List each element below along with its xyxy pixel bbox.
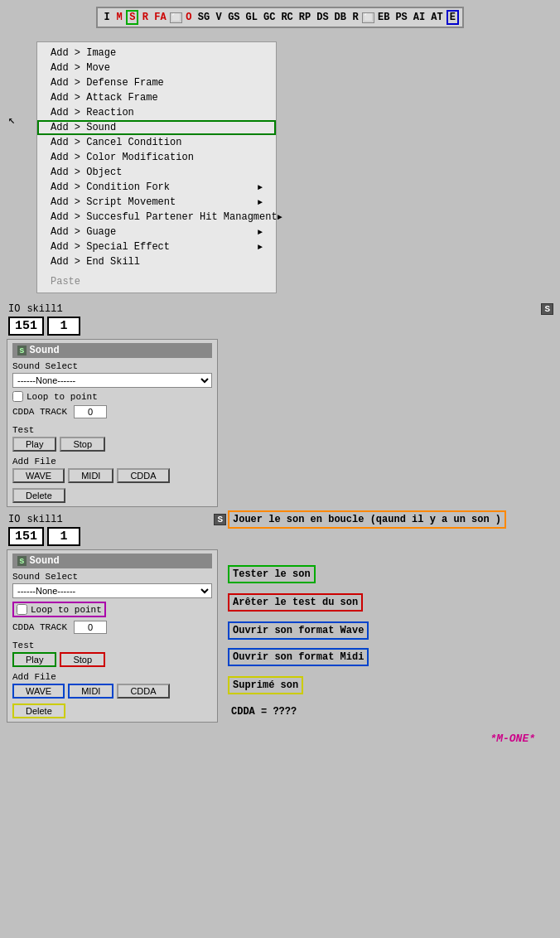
panel1-frame1[interactable]: 151 — [8, 317, 44, 336]
context-menu: Add > Image Add > Move Add > Defense Fra… — [36, 41, 277, 293]
panel1-test-buttons: Play Stop — [12, 437, 212, 452]
panel1-loop-row: Loop to point — [12, 391, 212, 402]
menu-add-condition-fork[interactable]: Add > Condition Fork► — [37, 180, 276, 195]
menu-paste: Paste — [37, 274, 276, 289]
panel1-cdda-input[interactable] — [74, 405, 107, 418]
panel1-test-label: Test — [12, 425, 212, 435]
toolbar: I M S R FA ⬜ O SG V GS GL GC RC RP DS DB… — [0, 0, 560, 35]
panel1-frame2[interactable]: 1 — [47, 317, 80, 336]
tb-I[interactable]: I — [101, 12, 113, 23]
panel1-cdda-label: CDDA TRACK — [12, 407, 67, 417]
panel1-stop-button[interactable]: Stop — [60, 437, 105, 452]
panel2-frame2[interactable]: 1 — [47, 527, 80, 546]
panel1-frame-inputs: 151 1 — [7, 317, 553, 336]
panel2-cdda-input[interactable] — [74, 621, 107, 634]
panel2-loop-checkbox[interactable] — [17, 604, 27, 615]
tb-PS[interactable]: PS — [393, 12, 409, 23]
tb-RC[interactable]: RC — [278, 12, 295, 23]
menu-add-special-effect[interactable]: Add > Special Effect► — [37, 239, 276, 254]
tb-AT[interactable]: AT — [428, 12, 445, 23]
panel1-delete-button[interactable]: Delete — [12, 488, 65, 503]
panel1-id: IO — [8, 303, 20, 315]
panel1-title-bar: s Sound — [12, 343, 212, 358]
panel2-id: IO — [8, 514, 20, 525]
menu-add-guage[interactable]: Add > Guage► — [37, 225, 276, 239]
panel2-midi-button[interactable]: MIDI — [68, 684, 113, 699]
panel2-header: IO skill1 S — [7, 514, 226, 525]
menu-add-partner[interactable]: Add > Succesful Partener Hit Managment► — [37, 210, 276, 225]
panel2-test-buttons: Play Stop — [12, 652, 212, 667]
tb-GS[interactable]: GS — [225, 12, 242, 23]
cursor-icon: ↖ — [8, 113, 15, 127]
anno-stop: Arêter le test du son — [228, 593, 363, 612]
tb-GL[interactable]: GL — [244, 12, 260, 23]
anno-delete: Suprimé son — [228, 676, 303, 694]
panel2-left: IO skill1 S 151 1 s Sound Sound Select -… — [7, 514, 226, 723]
anno-loop: Jouer le son en boucle (qaund il y a un … — [228, 510, 506, 529]
tb-S[interactable]: S — [126, 10, 138, 25]
menu-add-script-movement[interactable]: Add > Script Movement► — [37, 195, 276, 210]
tb-R[interactable]: R — [139, 12, 151, 23]
panel2-delete-button[interactable]: Delete — [12, 704, 65, 718]
panel2-cdda-button[interactable]: CDDA — [117, 684, 169, 699]
tb-DS[interactable]: DS — [314, 12, 331, 23]
panel1-loop-checkbox[interactable] — [12, 391, 23, 402]
tb-box2[interactable]: ⬜ — [362, 12, 374, 23]
panel1-skill: skill1 — [27, 303, 62, 315]
panel1-s-badge: S — [541, 303, 553, 315]
panel2-title-s: s — [17, 556, 27, 566]
menu-add-sound[interactable]: Add > Sound — [37, 120, 276, 135]
panel2-skill: skill1 — [27, 514, 62, 525]
panel1-area: IO skill1 S 151 1 s Sound Sound Select -… — [0, 300, 560, 510]
tb-V[interactable]: V — [213, 12, 224, 23]
panel2-play-button[interactable]: Play — [12, 652, 56, 667]
panel2-sound-select-label: Sound Select — [12, 572, 212, 582]
menu-add-attack[interactable]: Add > Attack Frame — [37, 90, 276, 105]
panel2-frame1[interactable]: 151 — [8, 527, 44, 546]
menu-add-cancel[interactable]: Add > Cancel Condition — [37, 135, 276, 150]
annotations-area: Jouer le son en boucle (qaund il y a un … — [228, 510, 555, 750]
menu-add-move[interactable]: Add > Move — [37, 60, 276, 75]
panel2-sound-box: s Sound Sound Select ------None------ Lo… — [7, 549, 218, 723]
panel1-add-file-label: Add File — [12, 457, 212, 467]
panel1-cdda-button[interactable]: CDDA — [117, 468, 169, 483]
tb-SG[interactable]: SG — [196, 12, 212, 23]
panel1-header: IO skill1 S — [7, 303, 553, 315]
panel2-sound-select[interactable]: ------None------ — [12, 583, 212, 598]
tb-R2[interactable]: R — [350, 12, 361, 23]
menu-add-object[interactable]: Add > Object — [37, 165, 276, 180]
panel1-wave-button[interactable]: WAVE — [12, 468, 65, 483]
panel2-cdda-row: CDDA TRACK — [12, 621, 212, 634]
tb-EB[interactable]: EB — [375, 12, 392, 23]
panel2-loop-row: Loop to point — [12, 602, 106, 617]
menu-add-defense[interactable]: Add > Defense Frame — [37, 75, 276, 90]
panel1-sound-box: s Sound Sound Select ------None------ Lo… — [7, 339, 218, 507]
tb-GC[interactable]: GC — [261, 12, 278, 23]
menu-add-reaction[interactable]: Add > Reaction — [37, 105, 276, 120]
anno-test: Tester le son — [228, 565, 316, 583]
tb-FA[interactable]: FA — [152, 12, 168, 23]
panel1-midi-button[interactable]: MIDI — [68, 468, 113, 483]
panel1-sound-select[interactable]: ------None------ — [12, 373, 212, 388]
toolbar-inner: I M S R FA ⬜ O SG V GS GL GC RC RP DS DB… — [96, 7, 464, 28]
panel2-wave-button[interactable]: WAVE — [12, 684, 65, 699]
tb-M[interactable]: M — [113, 12, 125, 23]
panel1-play-button[interactable]: Play — [12, 437, 56, 452]
panel2-delete-row: Delete — [12, 704, 212, 718]
menu-add-image[interactable]: Add > Image — [37, 46, 276, 60]
panel1-sound-select-label: Sound Select — [12, 361, 212, 371]
tb-E[interactable]: E — [447, 10, 459, 25]
panel1-delete-row: Delete — [12, 488, 212, 503]
anno-cdda: CDDA = ???? — [228, 704, 300, 719]
tb-RP[interactable]: RP — [297, 12, 313, 23]
tb-box1[interactable]: ⬜ — [170, 12, 182, 23]
tb-DB[interactable]: DB — [332, 12, 349, 23]
panel2-stop-button[interactable]: Stop — [60, 652, 105, 667]
tb-O[interactable]: O — [183, 12, 195, 23]
panel2-area: IO skill1 S 151 1 s Sound Sound Select -… — [0, 510, 560, 726]
tb-AI[interactable]: AI — [411, 12, 427, 23]
panel2-loop-label: Loop to point — [31, 605, 102, 615]
menu-add-color[interactable]: Add > Color Modification — [37, 150, 276, 165]
panel1-add-file-buttons: WAVE MIDI CDDA — [12, 468, 212, 483]
menu-add-end-skill[interactable]: Add > End Skill — [37, 254, 276, 269]
